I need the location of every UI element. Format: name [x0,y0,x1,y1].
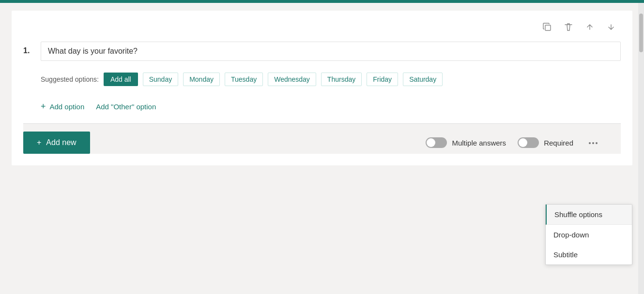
move-up-button[interactable] [582,20,598,34]
more-options-button[interactable] [585,136,601,150]
scrollbar[interactable] [638,3,644,294]
question-number: 1. [23,42,35,55]
question-card: 1. Suggested options: Add all Sunday Mon… [12,11,632,165]
required-group: Required [518,137,573,148]
main-container: 1. Suggested options: Add all Sunday Mon… [0,3,644,294]
day-chip-thursday[interactable]: Thursday [321,73,362,86]
add-option-label: Add option [50,103,85,111]
multiple-answers-toggle[interactable] [426,137,447,148]
dropdown-item-dropdown[interactable]: Drop-down [546,225,632,245]
add-option-button[interactable]: + Add option [41,100,84,114]
delete-button[interactable] [561,20,576,34]
multiple-answers-group: Multiple answers [426,137,506,148]
add-options-row: + Add option Add "Other" option [23,100,621,114]
toolbar-row [23,20,621,34]
add-new-label: Add new [46,138,76,147]
copy-button[interactable] [539,20,555,34]
day-chip-monday[interactable]: Monday [183,73,220,86]
day-chip-tuesday[interactable]: Tuesday [225,73,263,86]
question-row: 1. [23,42,621,61]
dropdown-item-subtitle[interactable]: Subtitle [546,245,632,265]
svg-rect-0 [545,25,551,30]
controls-row: Multiple answers Required [90,136,621,150]
day-chip-friday[interactable]: Friday [367,73,398,86]
required-toggle[interactable] [518,137,539,148]
suggested-options-row: Suggested options: Add all Sunday Monday… [23,73,621,86]
add-other-option-button[interactable]: Add "Other" option [96,101,156,113]
bottom-bar: + Add new Multiple answers Required [23,124,621,154]
add-new-button[interactable]: + Add new [23,132,90,154]
add-option-plus-icon: + [41,102,46,112]
add-new-plus-icon: + [37,138,41,147]
add-other-label: Add "Other" option [96,103,156,111]
day-chip-sunday[interactable]: Sunday [143,73,178,86]
add-all-button[interactable]: Add all [104,73,138,86]
move-down-button[interactable] [603,20,619,34]
dropdown-menu: Shuffle options Drop-down Subtitle [545,204,632,265]
dropdown-item-shuffle[interactable]: Shuffle options [546,205,632,225]
question-input[interactable] [41,42,621,61]
day-chip-saturday[interactable]: Saturday [403,73,443,86]
multiple-answers-label: Multiple answers [452,139,506,147]
suggested-label: Suggested options: [41,75,99,83]
day-chip-wednesday[interactable]: Wednesday [268,73,316,86]
scrollbar-thumb [639,14,643,52]
required-label: Required [544,139,573,147]
